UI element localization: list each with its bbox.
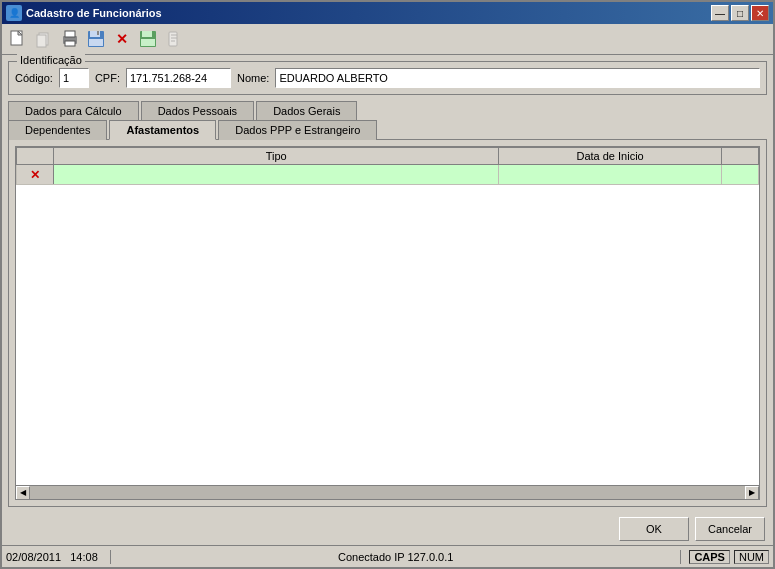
row-delete-cell[interactable]: ✕ bbox=[17, 165, 54, 185]
identification-group: Identificação Código: CPF: Nome: bbox=[8, 61, 767, 95]
copy-icon bbox=[35, 30, 53, 48]
table-row[interactable]: ✕ bbox=[17, 165, 759, 185]
tab-dependentes[interactable]: Dependentes bbox=[8, 120, 107, 140]
tabs-container: Dados para Cálculo Dados Pessoais Dados … bbox=[8, 100, 767, 507]
ok-button[interactable]: OK bbox=[619, 517, 689, 541]
minimize-button[interactable]: — bbox=[711, 5, 729, 21]
row-tipo-cell[interactable] bbox=[54, 165, 499, 185]
save-disk-icon bbox=[87, 30, 105, 48]
row-delete-icon[interactable]: ✕ bbox=[30, 168, 40, 182]
tab-panel-afastamentos: Tipo Data de Inicio ✕ bbox=[8, 139, 767, 507]
svg-rect-10 bbox=[89, 39, 103, 46]
print-button[interactable] bbox=[58, 27, 82, 51]
save-disk-button[interactable] bbox=[84, 27, 108, 51]
attach-icon bbox=[165, 30, 183, 48]
nome-label: Nome: bbox=[237, 72, 269, 84]
identification-label: Identificação bbox=[17, 54, 85, 66]
scroll-track[interactable] bbox=[30, 486, 745, 499]
status-separator-1 bbox=[110, 550, 111, 564]
id-row: Código: CPF: Nome: bbox=[15, 68, 760, 88]
table-empty-area bbox=[16, 185, 759, 485]
print-icon bbox=[61, 30, 79, 48]
copy-button[interactable] bbox=[32, 27, 56, 51]
col-header-extra bbox=[721, 148, 758, 165]
tab-dados-pessoais[interactable]: Dados Pessoais bbox=[141, 101, 255, 120]
status-connection: Conectado IP 127.0.0.1 bbox=[115, 551, 676, 563]
status-separator-2 bbox=[680, 550, 681, 564]
data-table-wrapper: Tipo Data de Inicio ✕ bbox=[15, 146, 760, 500]
col-header-data: Data de Inicio bbox=[499, 148, 722, 165]
afastamentos-table: Tipo Data de Inicio ✕ bbox=[16, 147, 759, 185]
svg-rect-9 bbox=[97, 31, 99, 35]
new-button[interactable] bbox=[6, 27, 30, 51]
title-bar-buttons: — □ ✕ bbox=[711, 5, 769, 21]
row-data-cell[interactable] bbox=[499, 165, 722, 185]
main-content: Identificação Código: CPF: Nome: Dados p… bbox=[2, 55, 773, 513]
delete-icon: ✕ bbox=[116, 31, 128, 47]
delete-button[interactable]: ✕ bbox=[110, 27, 134, 51]
save-button[interactable] bbox=[136, 27, 160, 51]
cpf-label: CPF: bbox=[95, 72, 120, 84]
tab-dados-calculo[interactable]: Dados para Cálculo bbox=[8, 101, 139, 120]
bottom-bar: OK Cancelar bbox=[2, 513, 773, 545]
codigo-label: Código: bbox=[15, 72, 53, 84]
svg-rect-13 bbox=[141, 39, 155, 46]
tabs-row-1: Dados para Cálculo Dados Pessoais Dados … bbox=[8, 100, 767, 119]
row-extra-cell bbox=[721, 165, 758, 185]
scroll-left-button[interactable]: ◀ bbox=[16, 486, 30, 500]
app-icon: 👤 bbox=[6, 5, 22, 21]
codigo-input[interactable] bbox=[59, 68, 89, 88]
svg-rect-6 bbox=[65, 41, 75, 46]
title-bar: 👤 Cadastro de Funcionários — □ ✕ bbox=[2, 2, 773, 24]
tabs-row-2: Dependentes Afastamentos Dados PPP e Est… bbox=[8, 119, 767, 139]
h-scrollbar-row: ◀ ▶ bbox=[16, 485, 759, 499]
cpf-input[interactable] bbox=[126, 68, 231, 88]
save-icon bbox=[139, 30, 157, 48]
cancel-button[interactable]: Cancelar bbox=[695, 517, 765, 541]
num-indicator: NUM bbox=[734, 550, 769, 564]
col-header-tipo: Tipo bbox=[54, 148, 499, 165]
status-bar: 02/08/2011 14:08 Conectado IP 127.0.0.1 … bbox=[2, 545, 773, 567]
svg-rect-5 bbox=[65, 31, 75, 37]
svg-rect-12 bbox=[142, 31, 152, 37]
new-icon bbox=[9, 30, 27, 48]
status-date: 02/08/2011 14:08 bbox=[6, 551, 106, 563]
tab-dados-gerais[interactable]: Dados Gerais bbox=[256, 101, 357, 120]
close-button[interactable]: ✕ bbox=[751, 5, 769, 21]
toolbar: ✕ bbox=[2, 24, 773, 55]
window-title: Cadastro de Funcionários bbox=[26, 7, 711, 19]
scroll-right-button[interactable]: ▶ bbox=[745, 486, 759, 500]
svg-rect-3 bbox=[37, 35, 46, 47]
tab-dados-ppp[interactable]: Dados PPP e Estrangeiro bbox=[218, 120, 377, 140]
nome-input[interactable] bbox=[275, 68, 760, 88]
svg-rect-14 bbox=[169, 32, 177, 46]
attach-button[interactable] bbox=[162, 27, 186, 51]
main-window: 👤 Cadastro de Funcionários — □ ✕ bbox=[0, 0, 775, 569]
caps-indicator: CAPS bbox=[689, 550, 730, 564]
restore-button[interactable]: □ bbox=[731, 5, 749, 21]
tab-afastamentos[interactable]: Afastamentos bbox=[109, 120, 216, 140]
col-header-action bbox=[17, 148, 54, 165]
